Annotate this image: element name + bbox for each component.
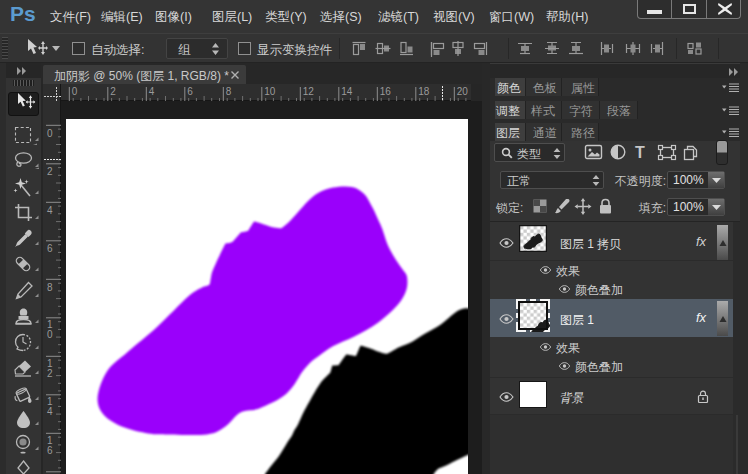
svg-text:8: 8 (226, 86, 232, 97)
svg-text:0: 0 (47, 128, 53, 139)
svg-text:0: 0 (72, 86, 78, 97)
svg-text:4: 4 (47, 205, 53, 216)
svg-text:12: 12 (303, 86, 315, 97)
svg-text:20: 20 (457, 86, 469, 97)
svg-text:4: 4 (47, 406, 53, 417)
svg-text:T: T (635, 144, 645, 161)
svg-text:2: 2 (47, 166, 53, 177)
svg-text:18: 18 (418, 86, 430, 97)
svg-text:8: 8 (47, 282, 53, 293)
svg-text:2: 2 (47, 368, 53, 379)
svg-text:10: 10 (264, 86, 276, 97)
svg-text:16: 16 (380, 86, 392, 97)
svg-text:4: 4 (149, 86, 155, 97)
svg-text:14: 14 (341, 86, 353, 97)
svg-text:6: 6 (47, 243, 53, 254)
svg-text:0: 0 (47, 329, 53, 340)
svg-text:6: 6 (187, 86, 193, 97)
svg-text:6: 6 (47, 445, 53, 456)
svg-text:2: 2 (110, 86, 116, 97)
